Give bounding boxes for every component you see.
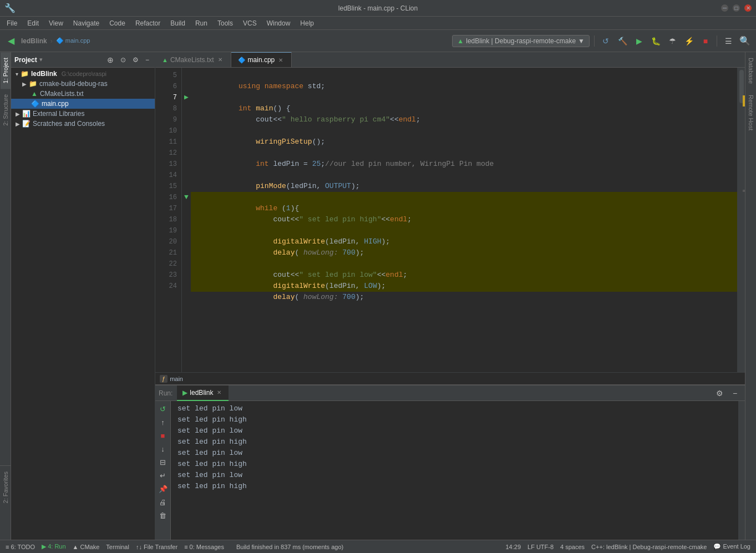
- project-minimize-btn[interactable]: −: [143, 55, 151, 65]
- close-button[interactable]: ✕: [744, 4, 752, 12]
- tree-item-maincpp[interactable]: 🔷 main.cpp: [11, 99, 155, 109]
- project-locate-btn[interactable]: ⊙: [118, 55, 128, 65]
- editor-container: ▲ CMakeLists.txt ✕ 🔷 main.cpp ✕ 5 6 7 8 …: [155, 52, 745, 540]
- structure-panel-tab[interactable]: 2: Structure: [1, 89, 11, 131]
- stop-button[interactable]: ■: [699, 34, 712, 48]
- menu-build[interactable]: Build: [166, 18, 190, 28]
- run-minimize-button[interactable]: −: [728, 387, 742, 400]
- line-14: 14: [155, 170, 181, 181]
- run-settings-button[interactable]: ⚙: [713, 387, 726, 400]
- maximize-button[interactable]: □: [733, 4, 740, 12]
- fold-7-icon[interactable]: ▶: [182, 92, 191, 103]
- scroll-up-button[interactable]: ↑: [158, 417, 169, 428]
- menu-navigate[interactable]: Navigate: [69, 18, 104, 28]
- messages-status[interactable]: ≡ 0: Messages: [181, 544, 227, 550]
- run-config-dropdown[interactable]: ▲ ledBlink | Debug-raspi-remote-cmake ▼: [452, 35, 590, 47]
- search-everywhere-button[interactable]: 🔍: [738, 34, 752, 48]
- project-settings-btn[interactable]: ⚙: [130, 55, 141, 65]
- run-button[interactable]: ▶: [632, 34, 646, 48]
- indent-status[interactable]: 4 spaces: [557, 544, 588, 550]
- tree-item-label: CMakeLists.txt: [40, 90, 84, 98]
- print-button[interactable]: 🖨: [158, 496, 169, 508]
- tree-item-label: ledBlink: [31, 70, 57, 78]
- menu-edit[interactable]: Edit: [23, 18, 43, 28]
- tree-item-label: cmake-build-debug-ras: [39, 80, 108, 88]
- favorites-side-tab[interactable]: 2: Favorites: [0, 465, 11, 509]
- minimize-button[interactable]: ─: [721, 4, 728, 12]
- favorites-label[interactable]: 2: Favorites: [1, 466, 11, 509]
- terminal-status[interactable]: Terminal: [103, 544, 133, 550]
- tab-cmakelists[interactable]: ▲ CMakeLists.txt ✕: [155, 52, 231, 67]
- tree-item-label: External Libraries: [33, 110, 84, 118]
- titlebar: 🔧 ledBlink - main.cpp - CLion ─ □ ✕: [0, 0, 756, 17]
- breadcrumb-fn-icon: ƒ: [160, 375, 168, 383]
- remote-host-panel-tab[interactable]: Remote Host: [746, 89, 756, 136]
- scratch-icon: 📝: [22, 120, 31, 128]
- pin-tab-button[interactable]: 📌: [158, 483, 169, 494]
- cmake-tab-icon: ▲: [162, 57, 168, 63]
- project-sync-btn[interactable]: ⊕: [105, 54, 116, 65]
- line-numbers: 5 6 7 8 9 10 11 12 13 14 15 16 17 18 19 …: [155, 68, 182, 372]
- breadcrumb-separator: ›: [50, 37, 53, 45]
- menu-run[interactable]: Run: [191, 18, 212, 28]
- bottom-tab-bar: Run: ▶ ledBlink ✕ ⚙ −: [155, 385, 745, 401]
- coverage-button[interactable]: ☂: [666, 34, 679, 48]
- debug-button[interactable]: 🐛: [649, 34, 662, 48]
- run-output: set led pin low set led pin high set led…: [171, 401, 738, 540]
- expand-arrow-icon: ▾: [16, 71, 18, 77]
- folder-icon: 📁: [21, 70, 29, 78]
- toolbar-sep-2: [717, 35, 717, 47]
- stop-run-button[interactable]: ■: [158, 430, 169, 441]
- clear-button[interactable]: 🗑: [158, 510, 169, 521]
- build-button[interactable]: 🔨: [616, 34, 629, 48]
- fold-16-icon[interactable]: ▼: [182, 192, 191, 203]
- cmake-status[interactable]: ▲ CMake: [69, 544, 103, 550]
- line-ending[interactable]: LF UTF-8: [524, 544, 557, 550]
- output-scrollbar[interactable]: [738, 401, 745, 540]
- run-tab-ledblink[interactable]: ▶ ledBlink ✕: [177, 385, 229, 401]
- project-panel-tab[interactable]: 1: Project: [1, 52, 11, 89]
- profile-button[interactable]: ⚡: [682, 34, 696, 48]
- scroll-down-button[interactable]: ↓: [158, 443, 169, 454]
- tree-item-scratches[interactable]: ▶ 📝 Scratches and Consoles: [11, 119, 155, 129]
- tree-item-ext-libs[interactable]: ▶ 📊 External Libraries: [11, 109, 155, 119]
- code-line-12: int ledPin = 25;//our led pin number, Wi…: [191, 148, 737, 159]
- code-content[interactable]: using namespace std; int main() { cout<<…: [191, 68, 737, 372]
- rerun-button[interactable]: ↺: [158, 403, 169, 414]
- layout-button[interactable]: ☰: [722, 34, 735, 48]
- menu-view[interactable]: View: [44, 18, 68, 28]
- titlebar-controls: ─ □ ✕: [721, 4, 752, 12]
- cursor-pos[interactable]: 14:29: [502, 544, 524, 550]
- menu-file[interactable]: File: [2, 18, 22, 28]
- tab-close-cmake[interactable]: ✕: [216, 56, 224, 63]
- line-11: 11: [155, 136, 181, 148]
- file-transfer-status[interactable]: ↑↓ File Transfer: [133, 544, 181, 550]
- tree-item-cmakelists[interactable]: ▲ CMakeLists.txt: [11, 89, 155, 99]
- event-log-status[interactable]: 💬 Event Log: [710, 543, 754, 550]
- editor-scrollbar[interactable]: [737, 68, 745, 372]
- back-button[interactable]: ◀: [4, 34, 18, 48]
- menu-help[interactable]: Help: [296, 18, 318, 28]
- tab-close-maincpp[interactable]: ✕: [277, 57, 285, 64]
- menu-refactor[interactable]: Refactor: [131, 18, 165, 28]
- menu-window[interactable]: Window: [262, 18, 295, 28]
- run-tab-close[interactable]: ✕: [215, 389, 223, 396]
- todo-status[interactable]: ≡ 6: TODO: [2, 544, 38, 550]
- menu-vcs[interactable]: VCS: [239, 18, 261, 28]
- tree-item-ledblink[interactable]: ▾ 📁 ledBlink G:\codepro\raspi: [11, 69, 155, 79]
- soft-wrap-button[interactable]: ↵: [158, 470, 169, 481]
- lang-status[interactable]: C++: ledBlink | Debug-raspi-remote-cmake: [588, 544, 710, 550]
- menu-code[interactable]: Code: [105, 18, 130, 28]
- tab-label: CMakeLists.txt: [170, 56, 214, 64]
- tree-item-path: G:\codepro\raspi: [62, 70, 106, 77]
- tree-item-cmake-build[interactable]: ▶ 📁 cmake-build-debug-ras: [11, 79, 155, 89]
- reload-button[interactable]: ↺: [599, 34, 612, 48]
- tab-maincpp[interactable]: 🔷 main.cpp ✕: [231, 52, 292, 67]
- menu-tools[interactable]: Tools: [213, 18, 237, 28]
- titlebar-left: 🔧: [4, 3, 16, 13]
- run-status[interactable]: ▶ 4: Run: [38, 543, 69, 550]
- database-panel-tab[interactable]: Database: [746, 52, 756, 89]
- cpp-tab-icon: 🔷: [238, 57, 246, 64]
- toolbar: ◀ ledBlink › 🔷 main.cpp ▲ ledBlink | Deb…: [0, 30, 756, 52]
- split-mode-button[interactable]: ⊟: [158, 456, 169, 468]
